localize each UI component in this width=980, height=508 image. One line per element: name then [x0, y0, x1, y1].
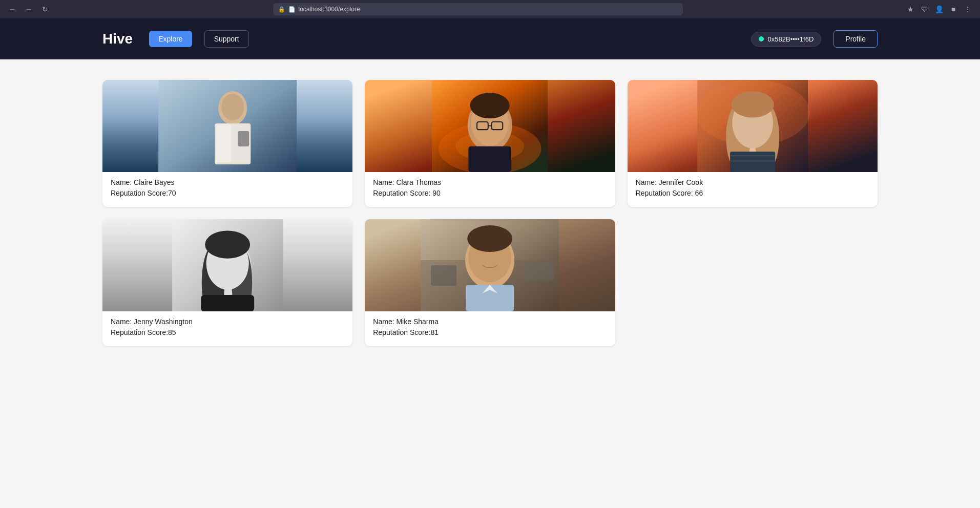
svg-point-3	[221, 94, 244, 120]
card-score-jennifer-cook: Reputation Score: 66	[636, 188, 869, 199]
refresh-button[interactable]: ↻	[39, 3, 51, 15]
profile-card-mike-sharma[interactable]: Name: Mike Sharma Reputation Score:81	[365, 219, 615, 346]
back-button[interactable]: ←	[6, 3, 18, 15]
wallet-address: 0x582B••••1f6D	[768, 35, 814, 43]
profile-image-jenny-washington	[102, 219, 352, 311]
svg-point-42	[467, 225, 512, 252]
browser-chrome: ← → ↻ 🔒 📄 localhost:3000/explore ★ 🛡 👤 ■…	[0, 0, 980, 18]
profile-card-clara-thomas[interactable]: Name: Clara Thomas Reputation Score: 90	[365, 80, 615, 207]
svg-rect-38	[431, 265, 456, 286]
card-name-clara-thomas: Name: Clara Thomas	[373, 177, 607, 188]
profile-svg-jenny	[102, 219, 352, 311]
svg-rect-33	[216, 246, 239, 254]
card-info-clara-thomas: Name: Clara Thomas Reputation Score: 90	[365, 172, 615, 199]
navbar: Hive Explore Support 0x582B••••1f6D Prof…	[0, 18, 980, 59]
brand-name: Hive	[102, 31, 133, 47]
card-name-claire-bayes: Name: Claire Bayes	[111, 177, 344, 188]
svg-rect-16	[469, 146, 512, 172]
card-score-mike-sharma: Reputation Score:81	[373, 327, 607, 338]
menu-icon[interactable]: ⋮	[962, 3, 974, 15]
svg-rect-6	[238, 131, 249, 146]
card-info-claire-bayes: Name: Claire Bayes Reputation Score:70	[102, 172, 352, 199]
card-info-mike-sharma: Name: Mike Sharma Reputation Score:81	[365, 311, 615, 338]
svg-rect-24	[730, 152, 775, 172]
profile-svg-jennifer	[628, 80, 878, 172]
card-score-jenny-washington: Reputation Score:85	[111, 327, 344, 338]
svg-rect-35	[201, 295, 254, 311]
card-name-jenny-washington: Name: Jenny Washington	[111, 316, 344, 327]
shield-icon[interactable]: 🛡	[919, 3, 931, 15]
profile-svg-claire	[102, 80, 352, 172]
profiles-grid: Name: Claire Bayes Reputation Score:70	[102, 80, 878, 346]
page-icon: 📄	[288, 6, 296, 13]
browser-right-icons: ★ 🛡 👤 ■ ⋮	[904, 3, 974, 15]
forward-button[interactable]: →	[23, 3, 35, 15]
profile-image-clara-thomas	[365, 80, 615, 172]
profile-svg-mike	[365, 219, 615, 311]
card-score-claire-bayes: Reputation Score:70	[111, 188, 344, 199]
support-button[interactable]: Support	[204, 30, 249, 48]
profile-card-jenny-washington[interactable]: Name: Jenny Washington Reputation Score:…	[102, 219, 352, 346]
card-info-jennifer-cook: Name: Jennifer Cook Reputation Score: 66	[628, 172, 878, 199]
profile-button[interactable]: Profile	[833, 30, 878, 48]
card-name-mike-sharma: Name: Mike Sharma	[373, 316, 607, 327]
profile-card-claire-bayes[interactable]: Name: Claire Bayes Reputation Score:70	[102, 80, 352, 207]
svg-point-23	[731, 91, 774, 117]
card-info-jenny-washington: Name: Jenny Washington Reputation Score:…	[102, 311, 352, 338]
svg-point-12	[470, 93, 510, 118]
url-text: localhost:3000/explore	[299, 6, 360, 13]
profile-svg-clara	[365, 80, 615, 172]
extensions-icon[interactable]: ■	[947, 3, 960, 15]
profile-image-claire-bayes	[102, 80, 352, 172]
wallet-status-dot	[759, 36, 764, 41]
svg-rect-4	[216, 124, 231, 162]
card-name-jennifer-cook: Name: Jennifer Cook	[636, 177, 869, 188]
bookmark-icon[interactable]: ★	[904, 3, 916, 15]
svg-rect-39	[523, 263, 554, 281]
profile-image-mike-sharma	[365, 219, 615, 311]
profile-image-jennifer-cook	[628, 80, 878, 172]
profile-card-jennifer-cook[interactable]: Name: Jennifer Cook Reputation Score: 66	[628, 80, 878, 207]
main-content: Name: Claire Bayes Reputation Score:70	[0, 59, 980, 508]
address-bar[interactable]: 🔒 📄 localhost:3000/explore	[273, 3, 683, 15]
security-icon: 🔒	[278, 6, 285, 13]
card-score-clara-thomas: Reputation Score: 90	[373, 188, 607, 199]
account-icon[interactable]: 👤	[933, 3, 945, 15]
explore-button[interactable]: Explore	[149, 31, 192, 47]
wallet-badge[interactable]: 0x582B••••1f6D	[751, 32, 822, 47]
svg-point-32	[205, 230, 250, 258]
